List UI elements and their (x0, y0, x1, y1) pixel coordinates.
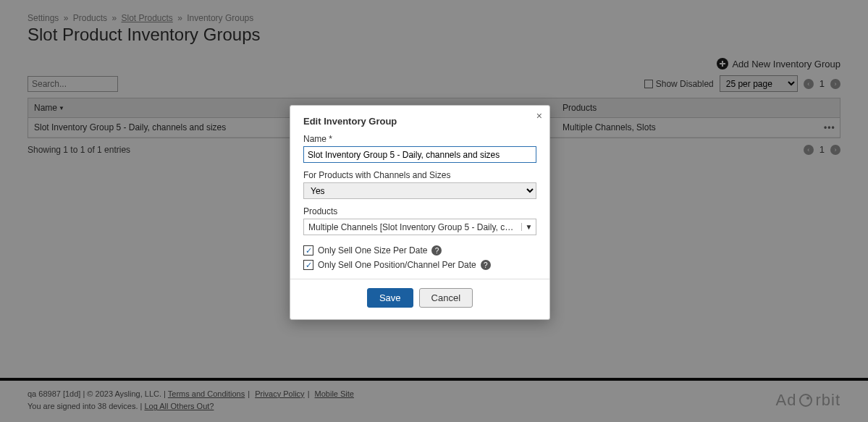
edit-inventory-group-modal: × Edit Inventory Group Name * For Produc… (290, 105, 550, 320)
products-combobox[interactable]: Multiple Channels [Slot Inventory Group … (303, 219, 536, 235)
name-label: Name * (303, 134, 536, 144)
save-button[interactable]: Save (367, 288, 413, 308)
for-products-select[interactable]: Yes (303, 182, 536, 199)
only-size-label: Only Sell One Size Per Date (318, 245, 427, 256)
name-input[interactable] (303, 146, 536, 163)
help-icon[interactable]: ? (481, 260, 491, 270)
chevron-down-icon: ▼ (521, 223, 536, 231)
modal-title: Edit Inventory Group (303, 116, 536, 127)
products-label: Products (303, 206, 536, 216)
for-products-label: For Products with Channels and Sizes (303, 170, 536, 180)
cancel-button[interactable]: Cancel (419, 288, 473, 308)
only-position-label: Only Sell One Position/Channel Per Date (318, 260, 476, 270)
close-icon[interactable]: × (536, 110, 542, 122)
only-position-checkbox[interactable]: ✓ (303, 260, 313, 270)
only-size-checkbox[interactable]: ✓ (303, 245, 313, 256)
products-selected: Multiple Channels [Slot Inventory Group … (304, 222, 521, 232)
help-icon[interactable]: ? (431, 245, 442, 256)
